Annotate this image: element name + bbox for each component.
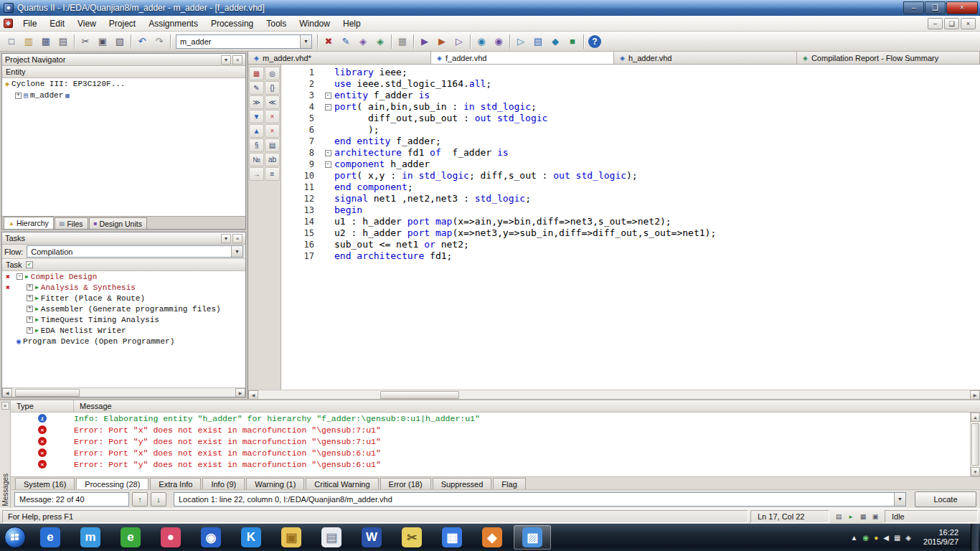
- menu-item-tools[interactable]: Tools: [260, 17, 293, 31]
- show-desktop-button[interactable]: [971, 524, 979, 551]
- tree-item[interactable]: +▤m_adder▦: [2, 90, 245, 101]
- panel-close-icon[interactable]: ×: [232, 234, 242, 243]
- panel-menu-icon[interactable]: ▾: [221, 234, 231, 243]
- messages-tab-error-18[interactable]: Error (18): [380, 478, 431, 489]
- mdi-minimize-button[interactable]: –: [928, 18, 943, 29]
- messages-tab-extra-info[interactable]: Extra Info: [150, 478, 201, 489]
- file-explorer-icon[interactable]: ▣: [273, 525, 310, 550]
- document-tab-compilation-report-flow-summary[interactable]: ◈Compilation Report - Flow Summary: [797, 52, 980, 64]
- close-button[interactable]: ×: [946, 1, 978, 14]
- find-icon[interactable]: ◎: [265, 67, 280, 80]
- scroll-up-icon[interactable]: ▲: [971, 413, 980, 422]
- scroll-thumb[interactable]: [380, 391, 459, 399]
- menu-item-edit[interactable]: Edit: [43, 17, 71, 31]
- mdi-restore-button[interactable]: ❑: [944, 18, 959, 29]
- expander-icon[interactable]: -: [17, 273, 23, 280]
- security-icon[interactable]: ◉: [862, 534, 869, 542]
- messages-tab-suppressed[interactable]: Suppressed: [433, 478, 492, 489]
- help-icon[interactable]: ?: [588, 35, 601, 48]
- pin-planner-icon[interactable]: ◈: [354, 34, 372, 50]
- media-app-icon[interactable]: ●: [152, 525, 189, 550]
- snipping-tool-icon[interactable]: ✂: [393, 525, 430, 550]
- code-line[interactable]: 9-component h_adder: [281, 159, 980, 170]
- line-numbers-icon[interactable]: №: [249, 153, 264, 166]
- task-row[interactable]: +▶EDA Netlist Writer: [2, 325, 245, 336]
- messages-tab-flag[interactable]: Flag: [493, 478, 525, 489]
- start-compilation-icon[interactable]: ▶: [416, 34, 433, 50]
- maximize-button[interactable]: ❑: [925, 1, 946, 14]
- rapid-recompile-icon[interactable]: ▶: [433, 34, 451, 50]
- code-editor[interactable]: 1library ieee;2use ieee.std_logic_1164.a…: [281, 65, 980, 390]
- task-row[interactable]: +▶TimeQuest Timing Analysis: [2, 314, 245, 325]
- green-browser-icon[interactable]: e: [112, 525, 149, 550]
- code-line[interactable]: 8-architecture fd1 of f_adder is: [281, 147, 980, 159]
- print-icon[interactable]: ▤: [55, 34, 72, 50]
- collapse-icon[interactable]: -: [325, 161, 331, 168]
- code-line[interactable]: 11end component;: [281, 182, 980, 193]
- undo-icon[interactable]: ↶: [133, 34, 151, 50]
- message-row[interactable]: ×Error: Port "y" does not exist in macro…: [11, 458, 970, 470]
- messages-tab-info-9[interactable]: Info (9): [202, 478, 245, 489]
- internet-explorer-icon[interactable]: e: [32, 525, 69, 550]
- code-line[interactable]: 14u1 : h_adder port map(x=>ain,y=>bin,di…: [281, 216, 980, 227]
- menu-item-help[interactable]: Help: [336, 17, 367, 31]
- scroll-thumb[interactable]: [971, 423, 979, 466]
- location-combo[interactable]: Location 1: line 22, column 0, I:/EDA/Qu…: [174, 492, 906, 507]
- goto-icon[interactable]: →: [249, 167, 264, 181]
- expander-icon[interactable]: +: [27, 284, 33, 291]
- document-tab-m-adder-vhd[interactable]: ◈m_adder.vhd*: [248, 52, 431, 64]
- close-icon[interactable]: ×: [1, 402, 9, 410]
- scroll-thumb[interactable]: [15, 389, 80, 397]
- task-row[interactable]: ✖-▶Compile Design: [2, 271, 245, 282]
- design-space-explorer-icon[interactable]: ▦: [394, 34, 411, 50]
- scroll-left-icon[interactable]: ◀: [2, 388, 12, 397]
- menu-item-processing[interactable]: Processing: [204, 17, 260, 31]
- code-line[interactable]: 10port( x,y : in std_logic; diff,s_out :…: [281, 170, 980, 182]
- messages-vscrollbar[interactable]: ▲ ▼: [970, 413, 980, 476]
- scroll-right-icon[interactable]: ▶: [970, 390, 980, 400]
- word-wrap-icon[interactable]: ab: [265, 153, 280, 166]
- code-line[interactable]: 5 diff_out,sub_out : out std_logic: [281, 113, 980, 124]
- code-line[interactable]: 17end architecture fd1;: [281, 250, 980, 262]
- menu-item-view[interactable]: View: [71, 17, 103, 31]
- panel-menu-icon[interactable]: ▾: [221, 55, 231, 65]
- copy-icon[interactable]: ▣: [94, 34, 111, 50]
- chevron-down-icon[interactable]: ▼: [894, 493, 905, 506]
- previous-message-button[interactable]: ↑: [132, 492, 148, 507]
- attach-icon[interactable]: §: [249, 138, 264, 152]
- braces-icon[interactable]: {}: [265, 81, 280, 95]
- message-row[interactable]: ×Error: Port "y" does not exist in macro…: [11, 435, 970, 447]
- code-line[interactable]: 12signal net1 ,net2,net3 : std_logic;: [281, 193, 980, 204]
- new-file-icon[interactable]: □: [3, 34, 20, 50]
- next-message-button[interactable]: ↓: [151, 492, 166, 507]
- timing-analyzer-icon[interactable]: ◉: [473, 34, 490, 50]
- network-icon[interactable]: ▦: [894, 534, 900, 542]
- menu-item-project[interactable]: Project: [103, 17, 142, 31]
- code-line[interactable]: 16sub_out <= net1 or net2;: [281, 239, 980, 250]
- start-button[interactable]: [4, 527, 26, 548]
- image-viewer-icon[interactable]: ▨: [514, 525, 551, 550]
- code-line[interactable]: 2use ieee.std_logic_1164.all;: [281, 78, 980, 90]
- message-row[interactable]: ×Error: Port "x" does not exist in macro…: [11, 447, 970, 458]
- messages-tab-system-16[interactable]: System (16): [15, 478, 75, 489]
- replace-icon[interactable]: ✎: [249, 81, 264, 95]
- update-icon[interactable]: ●: [874, 534, 878, 542]
- assignment-editor-icon[interactable]: ✎: [337, 34, 354, 50]
- maxthon-browser-icon[interactable]: m: [72, 525, 109, 550]
- task-row[interactable]: +▶Assembler (Generate programming files): [2, 303, 245, 314]
- expander-icon[interactable]: +: [27, 327, 33, 334]
- code-line[interactable]: 6 );: [281, 124, 980, 136]
- scroll-down-icon[interactable]: ▼: [971, 467, 980, 476]
- note-icon[interactable]: ▤: [265, 138, 280, 152]
- scroll-left-icon[interactable]: ◀: [248, 390, 258, 400]
- code-line[interactable]: 4-port( ain,bin,sub_in : in std_logic;: [281, 101, 980, 113]
- messages-tab-critical-warning[interactable]: Critical Warning: [306, 478, 378, 489]
- menu-item-window[interactable]: Window: [293, 17, 336, 31]
- collapse-icon[interactable]: -: [325, 150, 331, 156]
- code-line[interactable]: 3-entity f_adder is: [281, 90, 980, 101]
- collapse-icon[interactable]: -: [325, 93, 331, 99]
- bookmark-next-icon[interactable]: ▲: [249, 124, 264, 138]
- tree-item[interactable]: ◆Cyclone III: EP3C120F...: [2, 78, 245, 90]
- indent-icon[interactable]: ≫: [249, 95, 264, 109]
- bookmark-icon[interactable]: ▼: [249, 110, 264, 123]
